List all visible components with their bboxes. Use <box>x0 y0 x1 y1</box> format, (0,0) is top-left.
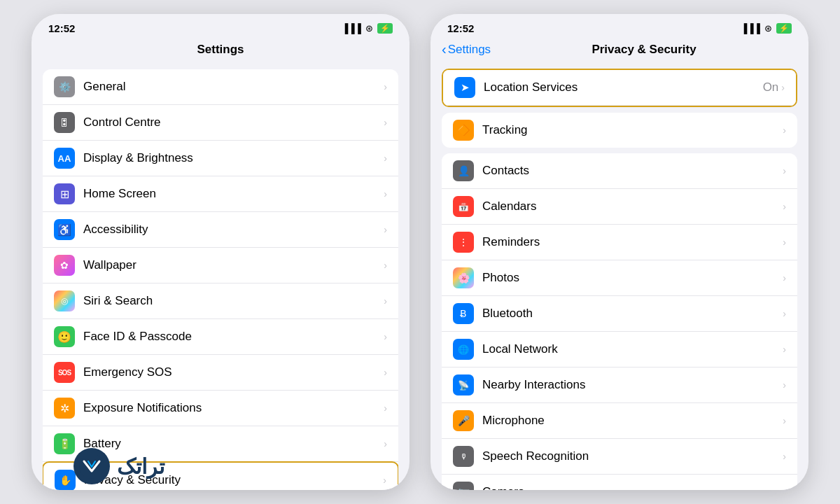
camera-label: Camera <box>482 485 783 490</box>
homescreen-icon: ⊞ <box>54 183 75 204</box>
right-signal-icon: ▐▐▐ <box>741 23 760 34</box>
calendars-label: Calendars <box>482 200 783 214</box>
photos-label: Photos <box>482 271 783 285</box>
privacy-item-reminders[interactable]: ⋮ Reminders › <box>442 225 797 260</box>
left-status-time: 12:52 <box>48 22 75 34</box>
privacy-item-calendars[interactable]: 📅 Calendars › <box>442 189 797 225</box>
privacy-item-photos[interactable]: 🌸 Photos › <box>442 260 797 296</box>
battery-chevron: › <box>384 438 387 449</box>
location-services-item[interactable]: ➤ Location Services On › <box>443 70 796 106</box>
settings-item-display[interactable]: AA Display & Brightness › <box>43 141 398 176</box>
tracking-label: Tracking <box>482 123 783 137</box>
homescreen-label: Home Screen <box>83 187 384 201</box>
right-wifi-icon: ⊛ <box>764 23 772 34</box>
settings-title: Settings <box>46 43 396 57</box>
watermark-area: تراتک <box>74 448 164 484</box>
left-status-bar: 12:52 ▐▐▐ ⊛ ⚡ <box>31 14 410 38</box>
photos-icon: 🌸 <box>453 267 474 288</box>
settings-title-bar: Settings <box>31 38 410 64</box>
localnet-icon: 🌐 <box>453 339 474 360</box>
settings-item-exposure[interactable]: ✲ Exposure Notifications › <box>43 391 398 426</box>
battery-icon-item: 🔋 <box>54 433 75 454</box>
siri-label: Siri & Search <box>83 294 384 308</box>
tracking-group: 🔶 Tracking › <box>442 113 797 148</box>
back-label: Settings <box>448 43 491 57</box>
exposure-chevron: › <box>384 402 387 414</box>
settings-item-accessibility[interactable]: ♿ Accessibility › <box>43 212 398 248</box>
settings-item-faceid[interactable]: 🙂 Face ID & Passcode › <box>43 319 398 355</box>
tracking-item[interactable]: 🔶 Tracking › <box>442 113 797 148</box>
reminders-label: Reminders <box>482 235 783 249</box>
privacy-item-camera[interactable]: 📷 Camera › <box>442 475 797 490</box>
watermark-logo <box>74 448 110 484</box>
siri-icon: ◎ <box>54 290 75 312</box>
settings-item-homescreen[interactable]: ⊞ Home Screen › <box>43 176 398 212</box>
privacy-item-contacts[interactable]: 👤 Contacts › <box>442 153 797 189</box>
general-label: General <box>83 80 384 94</box>
privacy-item-speech[interactable]: 🎙 Speech Recognition › <box>442 439 797 475</box>
contacts-chevron: › <box>783 165 786 176</box>
localnet-label: Local Network <box>482 342 783 356</box>
right-status-time: 12:52 <box>447 22 474 34</box>
signal-icon: ▐▐▐ <box>342 23 361 34</box>
privacy-item-nearby[interactable]: 📡 Nearby Interactions › <box>442 368 797 403</box>
calendars-chevron: › <box>783 201 786 212</box>
settings-item-siri[interactable]: ◎ Siri & Search › <box>43 284 398 319</box>
settings-group-1: ⚙️ General › 🎛 Control Centre › AA Displ… <box>43 69 398 490</box>
homescreen-chevron: › <box>384 188 387 200</box>
faceid-chevron: › <box>384 331 387 342</box>
privacy-item-bluetooth[interactable]: Ƀ Bluetooth › <box>442 296 797 332</box>
settings-item-sos[interactable]: SOS Emergency SOS › <box>43 355 398 391</box>
sos-chevron: › <box>384 367 387 378</box>
nearby-chevron: › <box>783 379 786 391</box>
general-icon: ⚙️ <box>54 76 75 97</box>
microphone-chevron: › <box>783 415 786 426</box>
wallpaper-chevron: › <box>384 260 387 271</box>
contacts-label: Contacts <box>482 164 783 178</box>
right-phone: 12:52 ▐▐▐ ⊛ ⚡ ‹ Settings Privacy & Secur… <box>430 14 808 490</box>
sos-icon: SOS <box>54 362 75 383</box>
settings-item-general[interactable]: ⚙️ General › <box>43 69 398 105</box>
microphone-icon: 🎤 <box>453 410 474 431</box>
privacy-item-localnet[interactable]: 🌐 Local Network › <box>442 332 797 368</box>
watermark-text: تراتک <box>117 454 164 479</box>
accessibility-icon: ♿ <box>54 219 75 240</box>
left-scroll-content: ⚙️ General › 🎛 Control Centre › AA Displ… <box>31 64 410 490</box>
settings-item-control-centre[interactable]: 🎛 Control Centre › <box>43 105 398 141</box>
control-centre-icon: 🎛 <box>54 112 75 133</box>
display-label: Display & Brightness <box>83 151 384 165</box>
right-status-bar: 12:52 ▐▐▐ ⊛ ⚡ <box>430 14 808 38</box>
right-status-icons: ▐▐▐ ⊛ ⚡ <box>741 23 792 34</box>
location-services-chevron: › <box>781 82 785 93</box>
display-icon: AA <box>54 148 75 169</box>
faceid-label: Face ID & Passcode <box>83 330 384 344</box>
privacy-item-microphone[interactable]: 🎤 Microphone › <box>442 403 797 439</box>
photos-chevron: › <box>783 272 786 284</box>
left-phone: 12:52 ▐▐▐ ⊛ ⚡ Settings ⚙️ General › <box>31 14 410 490</box>
exposure-label: Exposure Notifications <box>83 401 384 415</box>
bluetooth-chevron: › <box>783 308 786 319</box>
control-centre-label: Control Centre <box>83 115 384 130</box>
nearby-label: Nearby Interactions <box>482 378 783 392</box>
right-nav-title: Privacy & Security <box>491 43 797 57</box>
back-chevron-icon: ‹ <box>442 41 447 57</box>
watermark-logo-svg <box>78 453 105 479</box>
general-chevron: › <box>384 81 387 92</box>
wallpaper-icon: ✿ <box>54 255 75 276</box>
bluetooth-label: Bluetooth <box>482 307 783 321</box>
location-services-highlighted-group: ➤ Location Services On › <box>442 69 797 107</box>
accessibility-label: Accessibility <box>83 223 384 237</box>
privacy-items-group: 👤 Contacts › 📅 Calendars › ⋮ Reminders › <box>442 153 797 490</box>
settings-item-wallpaper[interactable]: ✿ Wallpaper › <box>43 248 398 284</box>
camera-chevron: › <box>783 486 786 490</box>
battery-icon: ⚡ <box>377 23 393 34</box>
tracking-chevron: › <box>783 125 786 136</box>
microphone-label: Microphone <box>482 414 783 428</box>
wifi-icon: ⊛ <box>365 23 373 34</box>
wallpaper-label: Wallpaper <box>83 258 384 272</box>
tracking-icon: 🔶 <box>453 120 474 141</box>
back-button[interactable]: ‹ Settings <box>442 41 491 57</box>
exposure-icon: ✲ <box>54 398 75 419</box>
nearby-icon: 📡 <box>453 374 474 396</box>
contacts-icon: 👤 <box>453 160 474 181</box>
